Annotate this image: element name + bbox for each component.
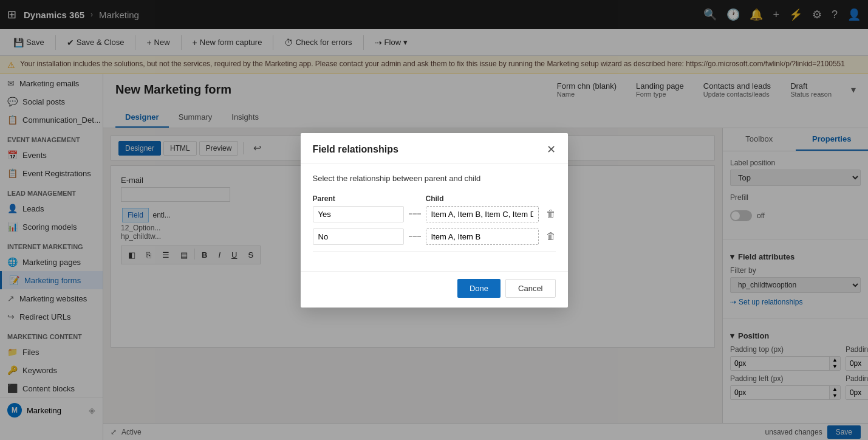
field-relationships-modal: Field relationships ✕ Select the relatio… bbox=[301, 133, 568, 308]
child-input-1[interactable] bbox=[426, 206, 539, 222]
delete-row-1-button[interactable]: 🗑 bbox=[544, 208, 558, 219]
modal-body: Select the relationship between parent a… bbox=[301, 164, 568, 271]
parent-input-1[interactable] bbox=[313, 206, 404, 222]
modal-close-button[interactable]: ✕ bbox=[547, 143, 556, 156]
cancel-button[interactable]: Cancel bbox=[505, 279, 555, 298]
parent-input-2[interactable] bbox=[313, 229, 404, 245]
modal-footer: Done Cancel bbox=[301, 271, 568, 308]
modal-row-2: 🗑 bbox=[313, 229, 556, 245]
child-col-header: Child bbox=[426, 193, 534, 204]
modal-header: Field relationships ✕ bbox=[301, 133, 568, 164]
done-button[interactable]: Done bbox=[457, 279, 501, 298]
connector-2 bbox=[409, 236, 421, 237]
modal-title: Field relationships bbox=[313, 144, 398, 155]
modal-col-headers: Parent Child bbox=[313, 193, 556, 204]
modal-row-1: 🗑 bbox=[313, 206, 556, 222]
parent-col-header: Parent bbox=[313, 193, 404, 204]
modal-subtitle: Select the relationship between parent a… bbox=[313, 174, 556, 183]
connector-1 bbox=[409, 213, 421, 215]
modal-divider bbox=[313, 251, 556, 252]
delete-row-2-button[interactable]: 🗑 bbox=[544, 231, 558, 242]
modal-overlay: Field relationships ✕ Select the relatio… bbox=[0, 0, 868, 440]
child-input-2[interactable] bbox=[426, 229, 539, 245]
